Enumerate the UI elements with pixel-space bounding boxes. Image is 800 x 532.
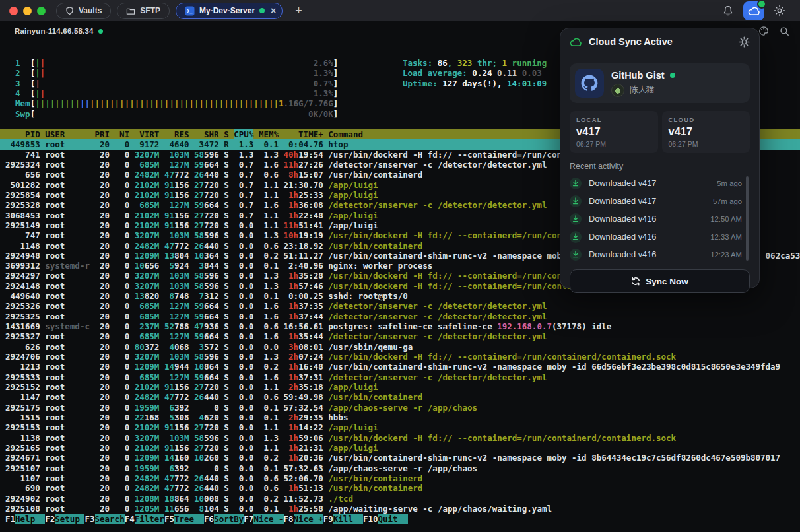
function-key-bar: F1Help F2Setup F3SearchF4FilterF5Tree F6… [0, 514, 800, 524]
system-summary: Tasks: 86, 323 thr; 1 running [403, 58, 547, 68]
new-tab-button[interactable]: + [295, 4, 302, 18]
process-row: 690 root 20 0 2482M 47772 26440 S 0.0 0.… [0, 483, 800, 493]
cloud-time: 06:27 PM [669, 140, 744, 148]
local-label: LOCAL [576, 116, 651, 123]
folder-icon [126, 7, 135, 15]
provider-name: GitHub Gist [611, 70, 665, 81]
brightness-icon[interactable] [774, 5, 785, 17]
process-row: 1515 root 20 0 22168 5308 4620 S 0.0 0.1… [0, 413, 800, 422]
process-row: 2925108 root 20 0 1205M 11656 8104 S 0.0… [0, 504, 800, 514]
sync-now-label: Sync Now [646, 277, 688, 286]
sync-provider-card[interactable]: GitHub Gist 陈大猫 [570, 63, 750, 103]
activity-label: Downloaded v416 [589, 214, 703, 224]
local-version-card: LOCAL v417 06:27 PM [570, 111, 658, 153]
bell-icon[interactable] [722, 5, 734, 17]
system-summary: Load average: 0.24 0.11 0.03 [403, 68, 542, 78]
download-icon [570, 231, 582, 243]
sync-now-button[interactable]: Sync Now [570, 269, 750, 293]
download-icon [570, 213, 582, 225]
activity-item: Downloaded v4175m ago [570, 174, 742, 192]
process-row: 1431669 systemd-c 20 0 237M 52788 47936 … [0, 321, 800, 331]
activity-time: 12:50 AM [710, 215, 742, 223]
cloud-version-card: CLOUD v417 06:27 PM [662, 111, 750, 153]
tab-sftp[interactable]: SFTP [117, 3, 170, 19]
activity-time: 12:23 AM [710, 251, 742, 259]
tab-label: Vaults [79, 6, 102, 15]
process-row: 2925152 root 20 0 2102M 91156 27720 S 0.… [0, 382, 800, 392]
tab-strip: Vaults SFTP My-Dev-Server × + [56, 3, 302, 19]
titlebar-actions [722, 1, 800, 20]
titlebar: Vaults SFTP My-Dev-Server × + [0, 0, 800, 21]
app-window: Vaults SFTP My-Dev-Server × + [0, 0, 800, 532]
process-row: 2925327 root 20 0 685M 127M 59664 S 0.0 … [0, 331, 800, 341]
activity-time: 57m ago [713, 197, 742, 205]
download-icon [570, 178, 582, 189]
local-version: v417 [576, 125, 651, 138]
recent-activity-title: Recent activity [570, 162, 750, 171]
avatar [611, 84, 624, 97]
activity-item: Downloaded v41612:50 AM [570, 210, 742, 228]
tab-label: My-Dev-Server [199, 6, 255, 15]
process-row: 626 root 20 0 80372 4068 3572 S 0.0 0.0 … [0, 342, 800, 352]
activity-item: Downloaded v41612:33 AM [570, 228, 742, 246]
gear-icon[interactable] [739, 36, 750, 48]
close-tab-icon[interactable]: × [271, 6, 276, 15]
process-row: 2925107 root 20 0 1959M 6392 0 S 0.0 0.1… [0, 463, 800, 473]
close-window-button[interactable] [9, 7, 18, 15]
github-icon [575, 69, 604, 98]
process-row: 2925333 root 20 0 685M 127M 59664 S 0.0 … [0, 372, 800, 382]
panel-title: Cloud Sync Active [589, 36, 732, 47]
process-row: 2925165 root 20 0 2102M 91156 27720 S 0.… [0, 443, 800, 453]
activity-scrollbar[interactable] [746, 176, 749, 261]
process-row: 2924671 root 20 0 1209M 14160 10260 S 0.… [0, 453, 800, 463]
download-icon [570, 249, 582, 261]
process-row: 1138 root 20 0 3207M 103M 58596 S 0.0 1.… [0, 433, 800, 443]
shield-icon [65, 6, 74, 15]
system-summary: Uptime: 127 days(!), 14:01:09 [403, 79, 547, 88]
minimize-window-button[interactable] [23, 7, 32, 15]
activity-list: Downloaded v4175m agoDownloaded v41757m … [570, 174, 750, 263]
activity-item: Downloaded v41612:23 AM [570, 246, 742, 263]
cloud-label: CLOUD [669, 116, 744, 123]
tab-vaults[interactable]: Vaults [56, 3, 111, 19]
download-icon [570, 195, 582, 207]
refresh-icon [631, 277, 640, 286]
process-row: 1213 root 20 0 1209M 14944 10864 S 0.0 0… [0, 362, 800, 372]
process-row: 2925325 root 20 0 685M 127M 59664 S 0.0 … [0, 312, 800, 321]
process-row: 2924706 root 20 0 3207M 103M 58596 S 0.0… [0, 352, 800, 362]
window-controls [0, 7, 46, 15]
activity-label: Downloaded v416 [589, 232, 703, 242]
activity-time: 5m ago [717, 180, 742, 187]
process-row: 2925153 root 20 0 2102M 91156 27720 S 0.… [0, 422, 800, 432]
terminal-icon [185, 6, 195, 16]
cloud-icon [570, 37, 582, 47]
process-row: 2925175 root 20 0 1959M 6392 0 S 0.0 0.1… [0, 403, 800, 413]
activity-label: Downloaded v417 [589, 178, 710, 188]
activity-item: Downloaded v41757m ago [570, 192, 742, 210]
cloud-version: v417 [669, 125, 744, 138]
account-name: 陈大猫 [630, 84, 655, 96]
sync-status-dot [757, 0, 766, 9]
process-row: 2924902 root 20 0 1208M 18864 10008 S 0.… [0, 494, 800, 504]
provider-status-dot [670, 73, 675, 78]
activity-label: Downloaded v416 [589, 249, 703, 259]
process-row: 2925326 root 20 0 685M 127M 59664 S 0.0 … [0, 301, 800, 311]
tab-label: SFTP [140, 6, 160, 15]
activity-time: 12:33 AM [710, 233, 742, 241]
process-row: 1147 root 20 0 2482M 47772 26440 S 0.0 0… [0, 392, 800, 402]
tab-my-dev-server[interactable]: My-Dev-Server × [176, 3, 283, 19]
activity-label: Downloaded v417 [589, 196, 706, 206]
connection-status-dot [259, 8, 265, 13]
maximize-window-button[interactable] [37, 7, 46, 15]
cloud-sync-button[interactable] [743, 1, 764, 20]
process-row: 1107 root 20 0 2482M 47772 26440 S 0.0 0… [0, 473, 800, 483]
cloud-sync-panel: Cloud Sync Active GitHub Gist 陈大猫 LOCAL … [560, 28, 760, 288]
local-time: 06:27 PM [576, 140, 651, 148]
